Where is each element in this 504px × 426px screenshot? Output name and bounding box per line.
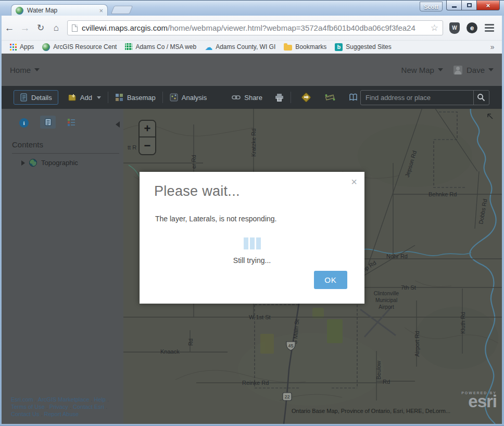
footer-link[interactable]: Help [94,396,106,403]
bookmark-suggested-sites[interactable]: b Suggested Sites [335,43,391,51]
svg-text:Kluth Rd: Kluth Rd [460,312,466,334]
dot-separator: . [70,404,71,410]
minimize-button[interactable] [446,1,462,10]
search-button[interactable] [473,91,489,105]
forward-button[interactable]: → [17,23,33,33]
close-window-button[interactable]: × [477,1,500,10]
expand-layer-icon[interactable] [21,160,25,166]
tab-close-icon[interactable]: × [99,7,103,14]
bookmark-arcgis-resource[interactable]: ArcGIS Resource Cent [42,43,117,51]
tab-title: Water Map [27,7,95,14]
loading-spinner [140,237,364,249]
new-tab-button[interactable] [111,6,133,14]
basemap-button[interactable]: Basemap [115,93,156,102]
extension-shield-icon[interactable]: W [449,22,460,34]
dialog-close-icon[interactable]: × [351,176,357,188]
browser-toolbar: ← → ↻ ⌂ cvillewi.maps.arcgis.com/home/we… [2,16,502,41]
user-menu[interactable]: Dave [467,66,494,74]
reload-button[interactable]: ↻ [33,23,48,32]
dot-separator: . [91,396,92,403]
tab-legend[interactable] [67,118,75,128]
app-footer-links: Esri.com.ArcGIS Marketplace.Help. Terms … [11,396,110,418]
details-icon [20,93,28,102]
folder-icon [284,45,292,51]
chevron-down-icon [488,68,494,71]
please-wait-dialog: × Please wait... The layer, Laterals, is… [140,172,364,304]
url-domain: cvillewi.maps.arcgis.com [82,23,168,32]
details-button[interactable]: Details [14,90,58,105]
footer-link[interactable]: Terms of Use [11,404,45,410]
home-button[interactable]: ⌂ [48,23,64,32]
svg-text:Rd: Rd [383,379,390,385]
apps-shortcut[interactable]: Apps [10,43,34,51]
back-button[interactable]: ← [2,23,17,33]
directions-button[interactable] [301,92,311,103]
modify-map-arrow-icon[interactable] [486,112,494,122]
maximize-button[interactable] [462,1,477,10]
tab-favicon-icon [16,7,23,15]
extension-e-icon[interactable]: e [467,22,477,33]
map-toolbar: Details Add Basemap Analysis Share [2,86,502,109]
bookmark-adams-msa[interactable]: Adams Co / MSA web [125,43,196,51]
bookmark-star-icon[interactable]: ☆ [431,22,438,33]
bookmark-adams-county-gis[interactable]: ☁ Adams County, WI GI [205,43,275,51]
tab-content[interactable] [40,116,56,129]
book-icon [349,93,358,102]
search-input[interactable] [361,94,473,102]
bookmark-label: Adams County, WI GI [216,43,275,51]
new-map-menu[interactable]: New Map [401,66,443,74]
svg-text:Kratzke Rd: Kratzke Rd [250,129,257,157]
footer-link[interactable]: Contact Esri [73,404,104,410]
divider [108,92,108,103]
svg-text:Reinke Rd: Reinke Rd [242,380,269,386]
svg-text:Airport: Airport [379,304,394,310]
menu-icon[interactable] [485,24,494,32]
print-button[interactable] [275,93,284,102]
footer-link[interactable]: Esri.com [11,396,33,403]
esri-wordmark: esri [461,395,497,408]
measure-button[interactable] [325,93,335,102]
footer-link[interactable]: Report Abuse [44,411,79,417]
basemap-icon [115,93,123,102]
content-doc-icon [45,118,52,126]
footer-link[interactable]: ArcGIS Marketplace [38,396,89,403]
bookmark-label: Bookmarks [295,43,326,51]
close-icon: × [486,2,490,9]
dialog-message: The layer, Laterals, is not responding. [155,215,276,223]
svg-text:Rd: Rd [187,339,194,346]
bookmarks-overflow-icon[interactable]: » [490,43,495,51]
collapse-panel-icon[interactable] [116,121,120,128]
ok-button[interactable]: OK [314,271,347,289]
url-text[interactable]: cvillewi.maps.arcgis.com/home/webmap/vie… [82,23,426,32]
zoom-control: + − [138,120,156,155]
user-name: Dave [467,66,485,74]
cloud-icon: ☁ [205,43,212,51]
basemap-label: Basemap [127,94,156,102]
address-bar[interactable]: cvillewi.maps.arcgis.com/home/webmap/vie… [67,20,443,35]
runway-lines [360,307,396,337]
layer-label: Topographic [41,159,78,167]
dot-separator: . [107,396,109,403]
tab-about[interactable]: i [19,118,29,128]
bookmark-folder-bookmarks[interactable]: Bookmarks [284,43,326,51]
window-frame [0,424,504,426]
measure-icon [325,93,335,102]
share-button[interactable]: Share [232,93,262,102]
apps-label: Apps [20,43,34,51]
footer-link[interactable]: Privacy [49,404,68,410]
add-button[interactable]: Add [68,93,101,102]
footer-link[interactable]: Contact Us [11,411,39,417]
profile-button[interactable]: Scott [420,2,443,11]
analysis-button[interactable]: Analysis [170,93,207,102]
svg-text:Dobbs Rd: Dobbs Rd [477,198,488,224]
layer-item-topographic[interactable]: Topographic [2,154,123,167]
bookmarks-bar: Apps ArcGIS Resource Cent Adams Co / MSA… [2,41,502,54]
zoom-out-button[interactable]: − [140,137,155,154]
browser-tab[interactable]: Water Map × [11,4,108,16]
esri-logo: POWERED BY esri [461,391,497,408]
zoom-in-button[interactable]: + [140,121,155,137]
home-menu[interactable]: Home [10,66,40,74]
spreadsheet-icon [125,43,132,51]
bookmarks-button[interactable] [349,93,358,102]
svg-text:Municipal: Municipal [375,297,397,303]
